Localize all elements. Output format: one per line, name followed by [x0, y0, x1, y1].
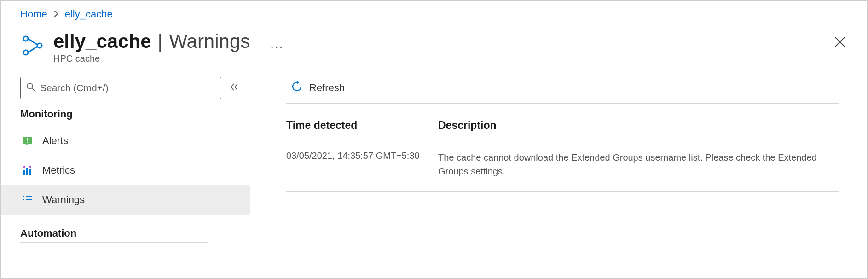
svg-point-1	[37, 43, 42, 48]
alerts-icon	[21, 134, 34, 147]
more-actions-button[interactable]: ...	[270, 36, 284, 51]
refresh-button[interactable]: Refresh	[286, 78, 349, 98]
page-title-section: Warnings	[169, 30, 250, 52]
svg-rect-11	[27, 142, 28, 143]
hpc-cache-icon	[20, 33, 45, 58]
svg-point-7	[27, 83, 33, 89]
svg-line-4	[28, 46, 37, 52]
sidebar: Monitoring Alerts	[20, 69, 250, 258]
page-title-separator: |	[158, 30, 163, 52]
sidebar-item-label: Metrics	[42, 164, 75, 176]
svg-rect-10	[27, 138, 28, 141]
breadcrumb: Home elly_cache	[1, 1, 867, 20]
chevron-right-icon	[54, 10, 58, 19]
sidebar-section-automation: Automation	[20, 227, 250, 239]
svg-rect-14	[29, 169, 31, 175]
warnings-icon	[21, 193, 34, 206]
svg-point-15	[23, 166, 25, 168]
svg-point-0	[23, 36, 28, 41]
warnings-table: Time detected Description 03/05/2021, 14…	[286, 119, 839, 192]
close-button[interactable]	[834, 36, 846, 50]
svg-rect-13	[26, 168, 28, 175]
sidebar-item-label: Alerts	[42, 135, 68, 147]
table-header-row: Time detected Description	[286, 119, 839, 140]
page-title-resource: elly_cache	[53, 30, 151, 52]
sidebar-item-label: Warnings	[42, 194, 85, 206]
svg-line-8	[32, 88, 35, 91]
refresh-icon	[291, 81, 303, 95]
column-header-description[interactable]: Description	[438, 119, 839, 132]
resource-type-label: HPC cache	[53, 53, 284, 64]
cell-time: 03/05/2021, 14:35:57 GMT+5:30	[286, 151, 438, 178]
chevron-double-left-icon	[230, 82, 239, 92]
svg-point-2	[23, 50, 28, 55]
sidebar-item-alerts[interactable]: Alerts	[1, 126, 250, 156]
table-row[interactable]: 03/05/2021, 14:35:57 GMT+5:30 The cache …	[286, 140, 839, 192]
sidebar-item-metrics[interactable]: Metrics	[1, 156, 250, 185]
svg-rect-12	[23, 170, 25, 175]
refresh-label: Refresh	[309, 82, 345, 94]
search-input[interactable]	[40, 82, 215, 93]
metrics-icon	[21, 164, 34, 177]
search-icon	[26, 82, 35, 93]
page-header: elly_cache | Warnings ... HPC cache	[1, 20, 867, 69]
search-box[interactable]	[20, 77, 221, 99]
divider	[20, 242, 208, 243]
breadcrumb-home[interactable]: Home	[20, 8, 47, 20]
breadcrumb-resource[interactable]: elly_cache	[65, 8, 113, 20]
main-content: Refresh Time detected Description 03/05/…	[250, 69, 867, 258]
close-icon	[834, 36, 846, 48]
svg-line-3	[28, 39, 37, 45]
collapse-sidebar-button[interactable]	[230, 82, 239, 93]
sidebar-item-warnings[interactable]: Warnings	[1, 185, 250, 215]
divider	[20, 123, 208, 123]
toolbar: Refresh	[286, 72, 839, 104]
column-header-time[interactable]: Time detected	[286, 119, 438, 132]
cell-description: The cache cannot download the Extended G…	[438, 151, 839, 178]
svg-point-16	[29, 166, 31, 168]
sidebar-section-monitoring: Monitoring	[20, 108, 250, 120]
